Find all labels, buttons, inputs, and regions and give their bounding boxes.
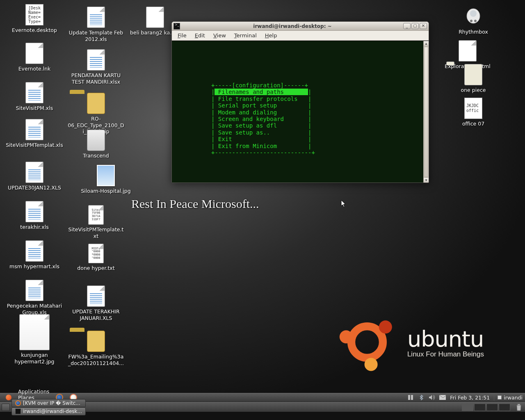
icon-label: SiteVisitPMTemplate.txt: [67, 226, 125, 239]
icon-label: office 07: [445, 121, 502, 127]
workspace-switcher[interactable]: [462, 404, 510, 411]
icon-label: Evernote.lnk: [6, 66, 63, 72]
menu-help[interactable]: Help: [262, 32, 281, 39]
mail-icon[interactable]: [439, 394, 446, 401]
desktop-icon[interactable]: Siloam-Hospital.jpg: [77, 165, 135, 194]
desktop-icon[interactable]: Rhythmbox: [445, 6, 502, 35]
rb-icon: [464, 6, 482, 27]
desktop-icon[interactable]: UPDATE TERAKHIR JANUARI.XLS: [67, 285, 125, 321]
icon-label: kunjungan hypermart2.jpg: [6, 352, 63, 365]
panel-menu-applications[interactable]: Applications: [15, 388, 52, 395]
desktop-icon[interactable]: SiteV 75F86 3D71A 31DF7SiteVisitPMTempla…: [67, 205, 125, 239]
menu-view[interactable]: View: [210, 32, 229, 39]
close-button[interactable]: ✕: [420, 23, 427, 29]
desktop-icon[interactable]: UPDATE30JAN12.XLS: [6, 162, 63, 191]
maximize-button[interactable]: ▢: [411, 23, 419, 29]
taskbar-label: [KVM over IP � Switc...: [23, 400, 80, 406]
icon-label: Pengecekan Matahari Group.xls: [6, 303, 63, 315]
desktop-icon[interactable]: FW%3a_Emailing%3a_doc201201121404...: [67, 331, 125, 366]
mouse-cursor: [341, 200, 347, 208]
desktop-icon[interactable]: SiteVisitPM.xls: [6, 82, 63, 112]
sheet-icon: [25, 201, 43, 222]
terminal-menubar[interactable]: FileEditViewTerminalHelp: [172, 31, 429, 41]
ubuntu-tagline: Linux For Human Beings: [407, 350, 484, 358]
menu-file[interactable]: File: [174, 32, 190, 39]
svg-rect-8: [408, 395, 410, 400]
desktop-icon[interactable]: JKJDC officoffice 07: [445, 98, 502, 127]
terminal-scrollbar[interactable]: ▴ ▾: [423, 41, 429, 183]
img-icon: [97, 165, 115, 186]
desktop-icon[interactable]: msm hypermart.xls: [6, 240, 63, 270]
desktop-icon[interactable]: one piece: [445, 64, 502, 94]
icon-label: done hyper.txt: [67, 265, 125, 272]
icon-label: SiteVisitPMTemplat.xls: [6, 142, 63, 148]
ubuntu-icon: [6, 395, 11, 400]
desktop-icon[interactable]: Update Template Feb 2012.xls: [67, 7, 125, 42]
svg-rect-9: [411, 395, 413, 400]
terminal-icon: [15, 409, 21, 414]
menu-terminal[interactable]: Terminal: [231, 32, 260, 39]
minimize-button[interactable]: _: [403, 23, 411, 29]
volume-icon[interactable]: [429, 394, 435, 401]
desktop-ini-icon: [Desk Name= Exec= Type=: [25, 4, 43, 25]
sheet-icon: [25, 82, 43, 103]
desktop-icon[interactable]: terakhir.xls: [6, 201, 63, 231]
terminal-icon: [173, 23, 180, 30]
clock[interactable]: Fri Feb 3, 21:51: [450, 395, 490, 401]
scroll-thumb[interactable]: [424, 47, 428, 177]
firefox-icon: [15, 400, 21, 406]
sheet-icon: [87, 49, 105, 71]
sheet-icon: [25, 119, 43, 140]
svg-point-2: [470, 20, 472, 22]
workspace-2[interactable]: [474, 404, 486, 411]
scroll-up-arrow[interactable]: ▴: [424, 41, 429, 46]
sheet-icon: [87, 7, 105, 28]
desktop-icon[interactable]: RO-06_EDC_Type_2100_Di_Mulai.zip: [67, 93, 125, 135]
workspace-1[interactable]: [462, 404, 473, 411]
file-icon: [459, 40, 477, 62]
desktop-icon[interactable]: kunjungan hypermart2.jpg: [6, 314, 63, 365]
file-icon: [25, 43, 43, 64]
bottom-panel[interactable]: [KVM over IP � Switc...irwandi@irwandi-d…: [0, 402, 525, 412]
taskbar-item[interactable]: [KVM over IP � Switc...: [11, 399, 86, 407]
svg-rect-11: [518, 404, 520, 405]
bluetooth-icon[interactable]: [418, 394, 425, 401]
desktop-icon[interactable]: Transcend: [67, 130, 125, 159]
trash-icon[interactable]: [514, 403, 523, 411]
desktop-icon[interactable]: [Desk Name= Exec= Type=Evernote.desktop: [6, 4, 63, 34]
svg-point-1: [470, 10, 477, 17]
desktop-icon[interactable]: SiteVisitPMTemplat.xls: [6, 119, 63, 148]
icon-label: UPDATE TERAKHIR JANUARI.XLS: [67, 308, 125, 321]
desktop-icon[interactable]: Pengecekan Matahari Group.xls: [6, 280, 63, 315]
workspace-4[interactable]: [499, 404, 510, 411]
sheet-icon: [25, 280, 43, 301]
icon-label: FW%3a_Emailing%3a_doc201201121404...: [67, 354, 125, 366]
icon-label: UPDATE30JAN12.XLS: [6, 185, 63, 191]
desktop-icon[interactable]: PENDATAAN KARTU TEST MANDIRI.xlsx: [67, 49, 125, 85]
desktop-icon[interactable]: MIDTI "0008 *0008 "0008done hyper.txt: [67, 244, 125, 272]
folder-icon: [464, 64, 482, 85]
icon-label: Update Template Feb 2012.xls: [67, 30, 125, 42]
desktop-icon[interactable]: Evernote.lnk: [6, 43, 63, 72]
window-titlebar[interactable]: irwandi@irwandi-desktop: ~ _ ▢ ✕: [172, 22, 429, 31]
show-desktop-button[interactable]: [2, 404, 10, 411]
menu-edit[interactable]: Edit: [192, 32, 208, 39]
terminal-body[interactable]: +-----[configuration]------+ | Filenames…: [172, 41, 429, 183]
scroll-down-arrow[interactable]: ▾: [424, 177, 429, 183]
taskbar-item[interactable]: irwandi@irwandi-desk...: [11, 407, 86, 415]
terminal-output: +-----[configuration]------+ | Filenames…: [211, 82, 420, 156]
zip-icon: [87, 331, 105, 352]
ubuntu-logo: ubuntu Linux For Human Beings: [334, 309, 484, 375]
icon-label: Siloam-Hospital.jpg: [77, 188, 135, 194]
svg-point-3: [474, 20, 477, 22]
hdd-icon: [87, 130, 105, 151]
terminal-window[interactable]: irwandi@irwandi-desktop: ~ _ ▢ ✕ FileEdi…: [171, 21, 429, 183]
text-icon: MIDTI "0008 *0008 "0008: [88, 244, 104, 263]
wallpaper-slogan: Rest In Peace Microsoft...: [131, 197, 259, 211]
workspace-3[interactable]: [486, 404, 498, 411]
file-icon: [146, 7, 164, 28]
icon-label: Rhythmbox: [445, 29, 502, 35]
notification-tray-icon[interactable]: [407, 394, 414, 401]
icon-label: msm hypermart.xls: [6, 263, 63, 270]
user-menu[interactable]: irwandi: [494, 395, 523, 401]
